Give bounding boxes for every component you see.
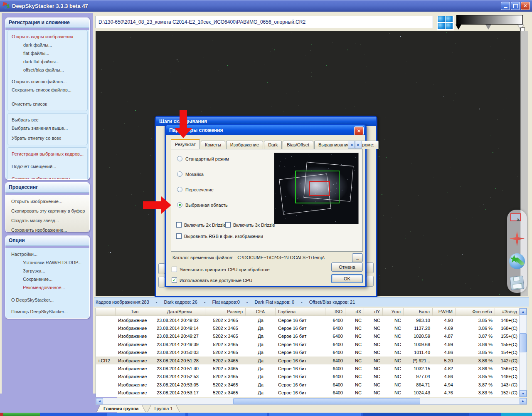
sidebar-item[interactable]: Рекомендованное... (8, 283, 87, 292)
rgb-align-checkbox[interactable]: Выровнять RGB в фин. изображении (176, 233, 263, 239)
group-tab-группа-1[interactable]: Группа 1 (147, 405, 180, 412)
column-header-Фон неба[interactable]: Фон неба (456, 308, 495, 316)
column-header-#Звёзд[interactable]: #Звёзд (495, 308, 520, 316)
browse-temp-folder-button[interactable]: ... (352, 253, 363, 262)
column-header-dY[interactable]: dY (364, 308, 383, 316)
minimize-button[interactable] (501, 2, 510, 10)
sidebar-item[interactable]: Открыть изображение... (8, 197, 87, 206)
cpu-checkbox-1[interactable]: Уменьшить приоритет CPU при обработке (172, 267, 270, 272)
column-header-Глубина[interactable]: Глубина (276, 308, 325, 316)
ok-button[interactable]: OK (331, 274, 363, 283)
star (317, 210, 318, 210)
sidebar-item[interactable]: flat файлы... (8, 49, 86, 57)
sidebar-item[interactable]: Регистрация выбранных кадров... (8, 150, 86, 158)
close-button[interactable]: ✕ (521, 2, 530, 10)
black-level-slider[interactable] (456, 25, 461, 30)
start-button[interactable] (3, 413, 40, 416)
table-row[interactable]: Изображение23.08.2014 20:53:055202 x 346… (96, 381, 527, 389)
sidebar-item[interactable]: offset/bias файлы... (8, 66, 86, 74)
sidebar-item[interactable]: Создать маску звёзд... (8, 216, 87, 225)
comet-tool-icon[interactable] (509, 253, 525, 269)
cancel-button[interactable]: Отмена (331, 262, 363, 272)
table-vertical-scrollbar[interactable]: ▲ ▼ (519, 308, 527, 397)
sidebar-item[interactable]: Выбрать значения выше... (8, 124, 86, 132)
sidebar-item[interactable]: О DeepSkyStacker... (8, 296, 87, 304)
scroll-up-button[interactable]: ▲ (520, 308, 527, 315)
sidebar-item[interactable]: Очистить список (8, 100, 86, 108)
sidebar-item[interactable]: Подсчёт смещений... (8, 162, 86, 171)
sidebar-item[interactable]: Помощь DeepSkyStacker... (8, 307, 87, 316)
tab-результат[interactable]: Результат (171, 139, 200, 149)
scroll-left-button[interactable]: ◄ (96, 398, 103, 404)
table-row[interactable]: Изображение23.08.2014 20:51:405202 x 346… (96, 364, 527, 372)
tile-windows-icon[interactable] (437, 16, 454, 30)
table-row[interactable]: Изображение23.08.2014 20:49:025202 x 346… (96, 316, 527, 324)
table-row[interactable]: Изображение23.08.2014 20:52:535202 x 346… (96, 373, 527, 381)
sidebar-item[interactable]: dark flat файлы... (8, 57, 86, 66)
sidebar-item[interactable]: Настройки... (8, 250, 87, 258)
sidebar-item[interactable]: Сложить выбранные кадры... (8, 175, 86, 180)
column-header-Балл[interactable]: Балл (404, 308, 433, 316)
horizontal-scroll-thumb[interactable] (233, 398, 420, 404)
select-region-tool-icon[interactable]: ➤ (510, 213, 524, 224)
table-row[interactable]: Изображение23.08.2014 20:49:145202 x 346… (96, 324, 527, 332)
table-horizontal-scrollbar[interactable]: ◄ ► (96, 398, 527, 405)
radio-option-1[interactable]: Стандартный режим (177, 156, 229, 161)
drizzle-checkbox-2[interactable]: Включить 3x Drizzle (225, 222, 275, 228)
sidebar-item[interactable]: Сохранить изображение... (8, 225, 87, 232)
radio-option-4[interactable]: Выбранная область (177, 202, 228, 208)
tab-изображение[interactable]: Изображение (226, 141, 263, 149)
star (328, 168, 329, 169)
radio-option-3[interactable]: Пересечение (177, 187, 214, 192)
column-header-Размер[interactable]: Размер (205, 308, 246, 316)
sidebar-item[interactable]: Сохранение... (8, 275, 87, 283)
column-header-Тип[interactable]: Тип (116, 308, 154, 316)
cell: 23.08.2014 20:49:14 (154, 326, 205, 331)
sidebar-item[interactable]: dark файлы... (8, 41, 86, 49)
group-tab-главная-группа[interactable]: Главная группа (96, 405, 145, 412)
save-tool-icon[interactable] (510, 275, 524, 290)
table-row[interactable]: Изображение23.08.2014 20:50:035202 x 346… (96, 349, 527, 357)
cpu-checkbox-2[interactable]: ✓Использовать все доступные CPU (172, 277, 252, 283)
table-row[interactable]: i.CR2Изображение23.08.2014 20:51:285202 … (96, 357, 527, 364)
sidebar-item[interactable]: Сохранить список файлов... (8, 86, 86, 94)
tab-кометы[interactable]: Кометы (201, 141, 225, 149)
table-row[interactable]: Изображение23.08.2014 20:49:275202 x 346… (96, 332, 527, 340)
table-row[interactable]: Изображение23.08.2014 20:49:395202 x 346… (96, 340, 527, 348)
table-row[interactable]: Изображение23.08.2014 20:53:175202 x 346… (96, 389, 527, 397)
column-header-ISO[interactable]: ISO (325, 308, 345, 316)
scroll-right-button[interactable]: ► (520, 398, 527, 404)
sidebar-item[interactable]: Установки RAW/FITS DDP... (8, 258, 87, 267)
tab-dark[interactable]: Dark (264, 141, 282, 149)
midtone-level-slider[interactable] (485, 25, 491, 30)
sidebar-item[interactable]: Открыть кадры изображения (8, 32, 86, 41)
tab-scroll-left-button[interactable]: ◄ (348, 141, 355, 149)
dialog-close-button[interactable]: ✕ (354, 126, 364, 135)
sidebar-item[interactable]: Загрузка... (8, 267, 87, 275)
sidebar-item[interactable]: Выбрать все (8, 116, 86, 124)
column-header-CFA[interactable]: CFA (246, 308, 276, 316)
taskbar-task-button[interactable] (107, 413, 185, 416)
sidebar-item[interactable]: Скопировать эту картинку в буфер (8, 206, 87, 216)
star-tool-icon[interactable] (510, 231, 525, 246)
sidebar-item[interactable]: Убрать отметку со всех (8, 134, 86, 142)
star (365, 82, 365, 83)
taskbar-task-button[interactable] (269, 413, 361, 416)
tab-scroll-right-button[interactable]: ► (355, 141, 362, 149)
drizzle-checkbox-1[interactable]: Включить 2x Drizzle (176, 222, 226, 228)
tab-bias-offset[interactable]: Bias/Offset (283, 141, 313, 149)
column-header-Дата/Время[interactable]: Дата/Время (154, 308, 205, 316)
restore-button[interactable] (511, 2, 520, 10)
scroll-down-button[interactable]: ▼ (520, 390, 527, 397)
column-header-file[interactable] (96, 308, 116, 316)
column-header-dX[interactable]: dX (345, 308, 364, 316)
star (165, 62, 165, 62)
taskbar-task-button-active[interactable] (363, 413, 469, 416)
histogram-gradient-bar[interactable] (456, 15, 523, 25)
sidebar-item[interactable]: Открыть список файлов... (8, 77, 86, 86)
radio-option-2[interactable]: Мозайка (177, 171, 204, 177)
column-header-Угол[interactable]: Угол (383, 308, 404, 316)
vertical-scroll-thumb[interactable] (520, 333, 527, 352)
column-header-FWHM[interactable]: FWHM (433, 308, 456, 316)
taskbar-task-button[interactable] (188, 413, 267, 416)
